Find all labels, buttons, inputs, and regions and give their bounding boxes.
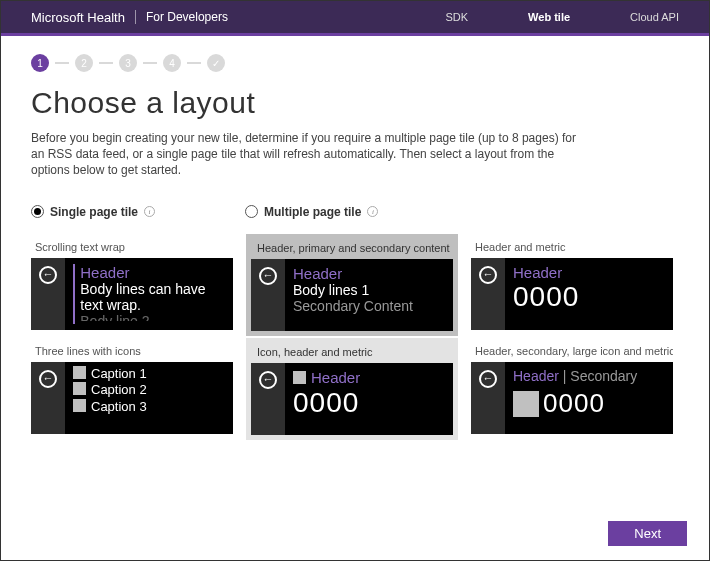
nav-web-tile[interactable]: Web tile xyxy=(528,11,570,23)
square-icon xyxy=(73,382,86,395)
next-button[interactable]: Next xyxy=(608,521,687,546)
page-title: Choose a layout xyxy=(31,86,679,120)
layout-scrolling-text-wrap[interactable]: Scrolling text wrap Header Body lines ca… xyxy=(31,239,233,331)
radio-multiple-label: Multiple page tile xyxy=(264,205,361,219)
step-done[interactable]: ✓ xyxy=(207,54,225,72)
layout-header-secondary-large-icon-metric[interactable]: Header, secondary, large icon and metric… xyxy=(471,343,673,435)
accent-bar-icon xyxy=(73,264,75,324)
back-icon xyxy=(259,267,277,285)
step-4[interactable]: 4 xyxy=(163,54,181,72)
square-icon xyxy=(73,399,86,412)
layout-header-metric[interactable]: Header and metric Header 0000 xyxy=(471,239,673,331)
square-icon xyxy=(293,371,306,384)
nav-cloud-api[interactable]: Cloud API xyxy=(630,11,679,23)
top-banner: Microsoft Health For Developers SDK Web … xyxy=(1,1,709,33)
back-icon xyxy=(39,370,57,388)
step-3[interactable]: 3 xyxy=(119,54,137,72)
layout-header-primary-secondary[interactable]: Header, primary and secondary content He… xyxy=(251,239,453,331)
back-icon xyxy=(259,371,277,389)
step-1[interactable]: 1 xyxy=(31,54,49,72)
info-icon[interactable]: i xyxy=(367,206,378,217)
radio-multiple-page[interactable]: Multiple page tile i xyxy=(245,205,378,219)
brand-section: For Developers xyxy=(135,10,228,24)
brand: Microsoft Health xyxy=(1,10,125,25)
step-2[interactable]: 2 xyxy=(75,54,93,72)
radio-single-label: Single page tile xyxy=(50,205,138,219)
page-intro: Before you begin creating your new tile,… xyxy=(31,130,591,179)
back-icon xyxy=(39,266,57,284)
layout-three-lines-icons[interactable]: Three lines with icons Caption 1 Caption… xyxy=(31,343,233,435)
layout-icon-header-metric[interactable]: Icon, header and metric Header 0000 xyxy=(251,343,453,435)
back-icon xyxy=(479,370,497,388)
nav-sdk[interactable]: SDK xyxy=(445,11,468,23)
square-icon xyxy=(513,391,539,417)
radio-single-page[interactable]: Single page tile i xyxy=(31,205,155,219)
square-icon xyxy=(73,366,86,379)
stepper: 1 2 3 4 ✓ xyxy=(31,54,679,72)
info-icon[interactable]: i xyxy=(144,206,155,217)
back-icon xyxy=(479,266,497,284)
